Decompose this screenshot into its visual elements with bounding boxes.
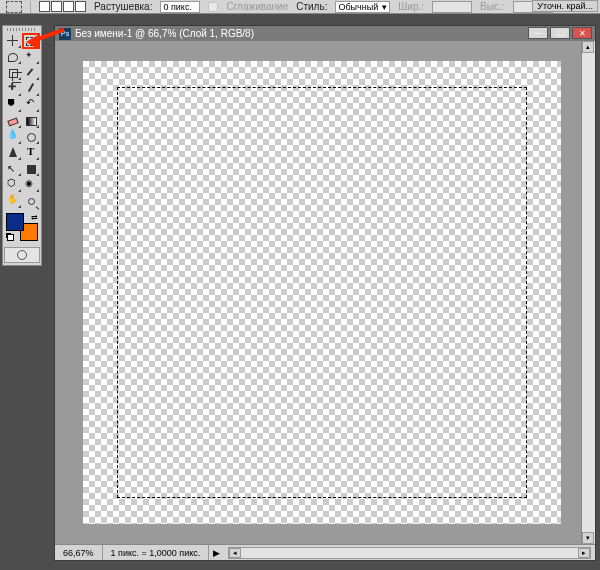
swap-colors-icon[interactable]: ⇄ (31, 213, 38, 222)
width-label: Шир.: (398, 1, 424, 12)
options-bar: Растушевка: Сглаживание Стиль: Обычный▾ … (0, 0, 600, 14)
style-dropdown[interactable]: Обычный▾ (335, 1, 390, 13)
panel-grip[interactable] (7, 28, 37, 31)
crop-tool[interactable] (4, 65, 22, 81)
hand-tool[interactable] (4, 193, 22, 209)
separator (30, 1, 31, 13)
maximize-button[interactable]: ☐ (550, 27, 570, 39)
canvas-area[interactable] (55, 41, 581, 544)
horizontal-scrollbar[interactable]: ◂ ▸ (228, 547, 591, 559)
eraser-tool[interactable] (4, 113, 22, 129)
magic-wand-tool[interactable] (22, 49, 40, 65)
pen-tool[interactable] (4, 145, 22, 161)
scale-info[interactable]: 1 пикс. = 1,0000 пикс. (103, 545, 210, 560)
brush-tool[interactable] (22, 81, 40, 97)
chevron-down-icon: ▾ (382, 2, 387, 12)
minimize-button[interactable]: ─ (528, 27, 548, 39)
gradient-tool[interactable] (22, 113, 40, 129)
eyedropper-tool[interactable] (22, 65, 40, 81)
status-flyout-icon[interactable]: ▶ (209, 548, 224, 558)
width-input (432, 1, 472, 13)
document-window: Ps Без имени-1 @ 66,7% (Слой 1, RGB/8) ─… (54, 25, 596, 561)
path-selection-tool[interactable] (4, 161, 22, 177)
antialias-label: Сглаживание (226, 1, 288, 12)
dodge-tool[interactable] (22, 129, 40, 145)
spot-healing-tool[interactable] (4, 81, 22, 97)
type-tool[interactable] (22, 145, 40, 161)
document-titlebar[interactable]: Ps Без имени-1 @ 66,7% (Слой 1, RGB/8) ─… (55, 26, 595, 41)
3d-tool[interactable] (4, 177, 22, 193)
zoom-tool[interactable] (22, 193, 40, 209)
close-button[interactable]: ✕ (572, 27, 592, 39)
move-tool[interactable] (4, 33, 22, 49)
mode-icons[interactable] (39, 1, 86, 12)
history-brush-tool[interactable] (22, 97, 40, 113)
color-swatch[interactable]: ⇄ (6, 213, 38, 241)
scroll-down-button[interactable]: ▾ (582, 532, 594, 544)
selection-marquee (117, 87, 527, 498)
scroll-up-button[interactable]: ▴ (582, 41, 594, 53)
quick-mask-button[interactable] (4, 247, 40, 263)
refine-edge-button[interactable]: Уточн. край... (532, 0, 598, 12)
blur-tool[interactable] (4, 129, 22, 145)
foreground-color[interactable] (6, 213, 24, 231)
3d-camera-tool[interactable] (22, 177, 40, 193)
toolbox: ⇄ (2, 25, 42, 266)
zoom-level[interactable]: 66,67% (55, 545, 103, 560)
antialias-checkbox (208, 2, 218, 12)
vertical-scrollbar[interactable]: ▴ ▾ (581, 41, 595, 544)
status-bar: 66,67% 1 пикс. = 1,0000 пикс. ▶ ◂ ▸ (55, 544, 595, 560)
rectangular-marquee-tool[interactable] (22, 33, 40, 49)
canvas[interactable] (83, 61, 561, 524)
workspace-background (0, 14, 600, 25)
height-label: Выс.: (480, 1, 504, 12)
style-label: Стиль: (296, 1, 327, 12)
clone-stamp-tool[interactable] (4, 97, 22, 113)
quick-mask-icon (17, 250, 27, 260)
scroll-left-button[interactable]: ◂ (229, 548, 241, 558)
feather-input[interactable] (160, 1, 200, 13)
ps-icon: Ps (59, 28, 71, 40)
default-colors-icon[interactable] (6, 233, 14, 241)
shape-tool[interactable] (22, 161, 40, 177)
document-title: Без имени-1 @ 66,7% (Слой 1, RGB/8) (75, 28, 254, 39)
scroll-right-button[interactable]: ▸ (578, 548, 590, 558)
tool-preset-icon[interactable] (6, 1, 22, 13)
feather-label: Растушевка: (94, 1, 152, 12)
lasso-tool[interactable] (4, 49, 22, 65)
